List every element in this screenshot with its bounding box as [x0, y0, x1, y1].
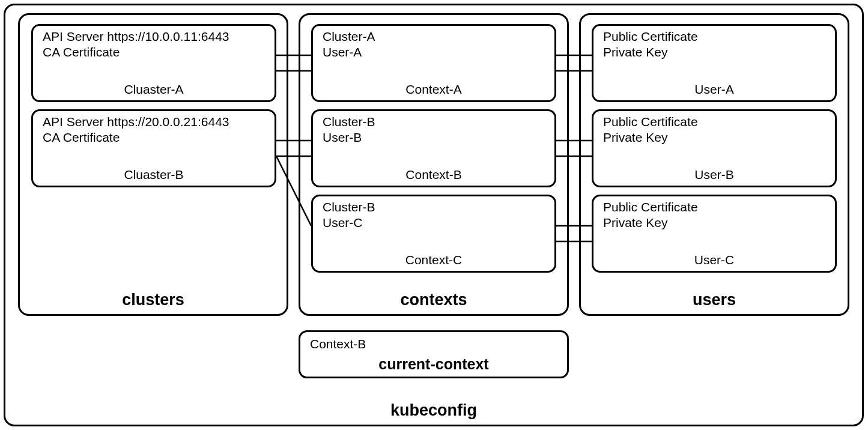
- context-a-box: Cluster-A User-A Context-A: [311, 24, 556, 102]
- user-b-name: User-B: [694, 168, 733, 182]
- user-b-line2: Private Key: [603, 130, 667, 145]
- user-b-box: Public Certificate Private Key User-B: [592, 109, 837, 187]
- current-context-label: current-context: [378, 356, 488, 373]
- kubeconfig-label: kubeconfig: [390, 401, 477, 420]
- user-c-name: User-C: [694, 253, 735, 267]
- user-c-box: Public Certificate Private Key User-C: [592, 195, 837, 273]
- user-a-box: Public Certificate Private Key User-A: [592, 24, 837, 102]
- users-label: users: [693, 291, 736, 309]
- context-c-box: Cluster-B User-C Context-C: [311, 195, 556, 273]
- contexts-label: contexts: [400, 291, 467, 309]
- cluster-a-name: Cluaster-A: [124, 82, 183, 97]
- clusters-label: clusters: [122, 291, 184, 309]
- context-a-line2: User-A: [323, 45, 362, 59]
- user-c-line1: Public Certificate: [603, 200, 698, 214]
- cluster-b-box: API Server https://20.0.0.21:6443 CA Cer…: [31, 109, 276, 187]
- cluster-a-box: API Server https://10.0.0.11:6443 CA Cer…: [31, 24, 276, 102]
- context-c-line2: User-C: [323, 216, 363, 230]
- context-c-line1: Cluster-B: [323, 200, 375, 214]
- user-a-name: User-A: [694, 82, 733, 97]
- context-b-name: Context-B: [405, 168, 461, 182]
- cluster-a-line1: API Server https://10.0.0.11:6443: [43, 29, 229, 44]
- current-context-box: Context-B current-context: [299, 330, 569, 378]
- context-a-name: Context-A: [405, 82, 461, 97]
- cluster-a-line2: CA Certificate: [43, 45, 120, 59]
- current-context-value: Context-B: [310, 337, 366, 351]
- cluster-b-line1: API Server https://20.0.0.21:6443: [43, 115, 229, 129]
- context-b-line1: Cluster-B: [323, 115, 375, 129]
- context-b-box: Cluster-B User-B Context-B: [311, 109, 556, 187]
- user-a-line2: Private Key: [603, 45, 667, 59]
- context-a-line1: Cluster-A: [323, 29, 375, 44]
- cluster-b-name: Cluaster-B: [124, 168, 183, 182]
- user-a-line1: Public Certificate: [603, 29, 698, 44]
- cluster-b-line2: CA Certificate: [43, 130, 120, 145]
- user-c-line2: Private Key: [603, 216, 667, 230]
- context-b-line2: User-B: [323, 130, 362, 145]
- context-c-name: Context-C: [405, 253, 463, 267]
- user-b-line1: Public Certificate: [603, 115, 698, 129]
